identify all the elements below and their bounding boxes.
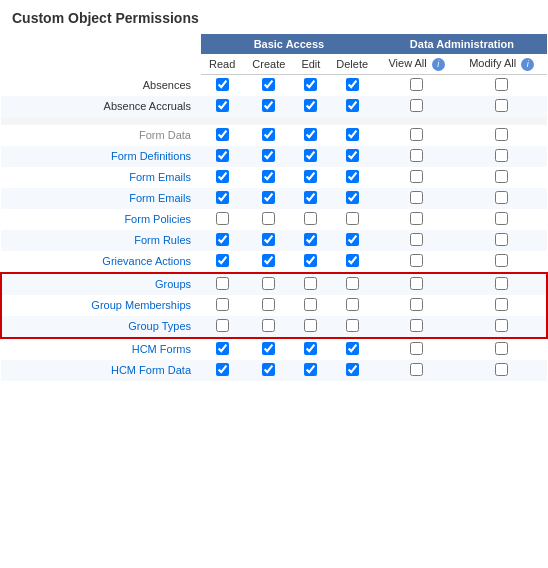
- create-cell[interactable]: [243, 125, 294, 146]
- view_all-checkbox[interactable]: [410, 233, 423, 246]
- read-cell[interactable]: [201, 295, 243, 316]
- create-checkbox[interactable]: [262, 298, 275, 311]
- delete-checkbox[interactable]: [346, 78, 359, 91]
- delete-checkbox[interactable]: [346, 363, 359, 376]
- row-label[interactable]: Form Definitions: [1, 146, 201, 167]
- modify_all-cell[interactable]: [456, 209, 547, 230]
- modify_all-cell[interactable]: [456, 74, 547, 96]
- edit-cell[interactable]: [294, 167, 327, 188]
- row-label[interactable]: Groups: [1, 273, 201, 295]
- modify_all-checkbox[interactable]: [495, 149, 508, 162]
- modify_all-checkbox[interactable]: [495, 363, 508, 376]
- read-cell[interactable]: [201, 96, 243, 117]
- edit-cell[interactable]: [294, 360, 327, 381]
- delete-checkbox[interactable]: [346, 191, 359, 204]
- edit-cell[interactable]: [294, 188, 327, 209]
- delete-checkbox[interactable]: [346, 342, 359, 355]
- modify_all-cell[interactable]: [456, 273, 547, 295]
- read-checkbox[interactable]: [216, 170, 229, 183]
- delete-cell[interactable]: [328, 251, 377, 273]
- edit-cell[interactable]: [294, 230, 327, 251]
- edit-cell[interactable]: [294, 251, 327, 273]
- view_all-cell[interactable]: [377, 167, 457, 188]
- view_all-cell[interactable]: [377, 209, 457, 230]
- create-checkbox[interactable]: [262, 277, 275, 290]
- read-checkbox[interactable]: [216, 363, 229, 376]
- create-checkbox[interactable]: [262, 191, 275, 204]
- create-cell[interactable]: [243, 295, 294, 316]
- create-cell[interactable]: [243, 316, 294, 338]
- delete-cell[interactable]: [328, 295, 377, 316]
- edit-checkbox[interactable]: [304, 170, 317, 183]
- create-cell[interactable]: [243, 96, 294, 117]
- modify_all-checkbox[interactable]: [495, 170, 508, 183]
- modify_all-cell[interactable]: [456, 167, 547, 188]
- create-cell[interactable]: [243, 167, 294, 188]
- view_all-cell[interactable]: [377, 74, 457, 96]
- delete-cell[interactable]: [328, 360, 377, 381]
- edit-cell[interactable]: [294, 273, 327, 295]
- delete-checkbox[interactable]: [346, 149, 359, 162]
- delete-cell[interactable]: [328, 230, 377, 251]
- view_all-checkbox[interactable]: [410, 149, 423, 162]
- edit-cell[interactable]: [294, 316, 327, 338]
- view_all-cell[interactable]: [377, 273, 457, 295]
- modify_all-cell[interactable]: [456, 251, 547, 273]
- view_all-cell[interactable]: [377, 188, 457, 209]
- delete-cell[interactable]: [328, 273, 377, 295]
- modify_all-cell[interactable]: [456, 295, 547, 316]
- modify_all-checkbox[interactable]: [495, 99, 508, 112]
- modify_all-checkbox[interactable]: [495, 78, 508, 91]
- row-label[interactable]: Grievance Actions: [1, 251, 201, 273]
- delete-cell[interactable]: [328, 338, 377, 360]
- row-label[interactable]: Form Policies: [1, 209, 201, 230]
- view_all-cell[interactable]: [377, 360, 457, 381]
- delete-cell[interactable]: [328, 209, 377, 230]
- edit-checkbox[interactable]: [304, 212, 317, 225]
- view_all-checkbox[interactable]: [410, 78, 423, 91]
- read-checkbox[interactable]: [216, 149, 229, 162]
- read-cell[interactable]: [201, 316, 243, 338]
- view_all-checkbox[interactable]: [410, 319, 423, 332]
- row-label[interactable]: HCM Forms: [1, 338, 201, 360]
- create-checkbox[interactable]: [262, 233, 275, 246]
- edit-checkbox[interactable]: [304, 319, 317, 332]
- view_all-cell[interactable]: [377, 96, 457, 117]
- edit-cell[interactable]: [294, 74, 327, 96]
- edit-checkbox[interactable]: [304, 277, 317, 290]
- read-cell[interactable]: [201, 188, 243, 209]
- delete-cell[interactable]: [328, 167, 377, 188]
- modify_all-cell[interactable]: [456, 188, 547, 209]
- edit-cell[interactable]: [294, 338, 327, 360]
- read-checkbox[interactable]: [216, 298, 229, 311]
- read-cell[interactable]: [201, 338, 243, 360]
- row-label[interactable]: Group Types: [1, 316, 201, 338]
- delete-checkbox[interactable]: [346, 212, 359, 225]
- delete-checkbox[interactable]: [346, 254, 359, 267]
- modify_all-checkbox[interactable]: [495, 233, 508, 246]
- view_all-checkbox[interactable]: [410, 342, 423, 355]
- edit-checkbox[interactable]: [304, 363, 317, 376]
- read-checkbox[interactable]: [216, 254, 229, 267]
- delete-checkbox[interactable]: [346, 277, 359, 290]
- row-label[interactable]: Group Memberships: [1, 295, 201, 316]
- view_all-checkbox[interactable]: [410, 254, 423, 267]
- create-checkbox[interactable]: [262, 99, 275, 112]
- modify_all-cell[interactable]: [456, 125, 547, 146]
- modify_all-cell[interactable]: [456, 146, 547, 167]
- edit-checkbox[interactable]: [304, 78, 317, 91]
- modify_all-cell[interactable]: [456, 338, 547, 360]
- read-cell[interactable]: [201, 230, 243, 251]
- modify_all-checkbox[interactable]: [495, 277, 508, 290]
- create-cell[interactable]: [243, 230, 294, 251]
- read-checkbox[interactable]: [216, 78, 229, 91]
- modify_all-checkbox[interactable]: [495, 191, 508, 204]
- row-label[interactable]: Form Emails: [1, 188, 201, 209]
- delete-checkbox[interactable]: [346, 298, 359, 311]
- delete-checkbox[interactable]: [346, 99, 359, 112]
- edit-checkbox[interactable]: [304, 254, 317, 267]
- delete-cell[interactable]: [328, 125, 377, 146]
- create-checkbox[interactable]: [262, 363, 275, 376]
- create-cell[interactable]: [243, 209, 294, 230]
- read-cell[interactable]: [201, 125, 243, 146]
